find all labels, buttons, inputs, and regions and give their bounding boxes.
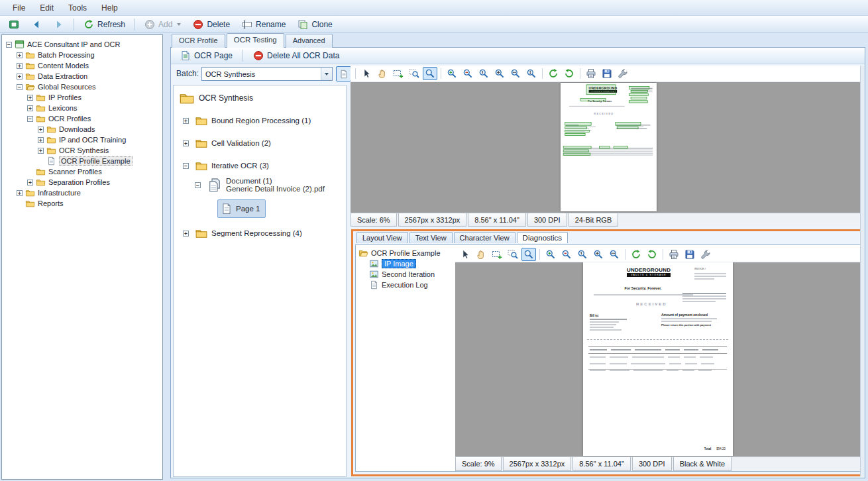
- home-button[interactable]: [3, 17, 25, 32]
- menu-file[interactable]: File: [5, 1, 32, 15]
- refresh-view-button[interactable]: [629, 248, 643, 261]
- vertical-scrollbar[interactable]: [860, 66, 865, 476]
- settings-button[interactable]: [616, 67, 630, 80]
- print-button[interactable]: [667, 248, 681, 261]
- zoom-window-button[interactable]: [407, 67, 421, 80]
- refresh-view-button[interactable]: [546, 67, 561, 80]
- nav-item-separation-profiles[interactable]: Separation Profiles: [3, 177, 161, 187]
- refresh-button[interactable]: Refresh: [78, 17, 131, 32]
- expander-icon[interactable]: [27, 116, 33, 122]
- tab-diagnostics[interactable]: Diagnostics: [517, 232, 568, 243]
- diag-item-second-iteration[interactable]: Second Iteration: [357, 269, 454, 280]
- clone-button[interactable]: Clone: [292, 17, 337, 32]
- print-button[interactable]: [584, 67, 598, 80]
- diag-root-node[interactable]: OCR Profile Example: [357, 248, 454, 258]
- diag-item-ip-image[interactable]: IP Image: [357, 258, 454, 269]
- batch-node-document[interactable]: Document (1) Generic Detail Invoice (2).…: [195, 177, 325, 194]
- rename-button[interactable]: Rename: [237, 17, 291, 32]
- zoom-fit-button[interactable]: [591, 248, 606, 261]
- zoom-fit-width-button[interactable]: [607, 248, 622, 261]
- batch-node-segment-reprocessing[interactable]: Segment Reprocessing (4): [183, 227, 302, 239]
- select-tool-button[interactable]: [359, 67, 374, 80]
- expander-icon[interactable]: [27, 105, 33, 111]
- tab-advanced[interactable]: Advanced: [286, 34, 333, 48]
- nav-forward-button[interactable]: [48, 17, 70, 32]
- pan-tool-button[interactable]: [474, 248, 488, 261]
- expander-icon[interactable]: [27, 180, 33, 186]
- zoom-actual-button[interactable]: [476, 67, 491, 80]
- tab-layout-view[interactable]: Layout View: [356, 232, 408, 243]
- bottom-viewer-canvas[interactable]: UNDERGROUND VAULTS & STORAGE INVOICE # F…: [455, 262, 860, 456]
- nav-item-batch-processing[interactable]: Batch Processing: [3, 50, 161, 60]
- expander-icon[interactable]: [38, 148, 44, 154]
- expander-icon[interactable]: [183, 163, 189, 169]
- settings-button[interactable]: [698, 248, 713, 261]
- batch-dropdown-button[interactable]: [321, 68, 332, 80]
- batch-root-node[interactable]: OCR Synthesis: [179, 91, 253, 105]
- batch-node-iterative-ocr[interactable]: Iterative OCR (3): [183, 160, 269, 172]
- expander-icon[interactable]: [195, 182, 201, 188]
- expander-icon[interactable]: [183, 118, 189, 124]
- expander-icon[interactable]: [38, 127, 44, 133]
- nav-item-content-models[interactable]: Content Models: [3, 60, 161, 71]
- show-ocr-page-toggle[interactable]: [336, 66, 351, 81]
- expander-icon[interactable]: [183, 231, 189, 237]
- expander-icon[interactable]: [27, 95, 33, 101]
- nav-item-ocr-synthesis[interactable]: OCR Synthesis: [3, 145, 161, 156]
- region-select-button[interactable]: [391, 67, 406, 80]
- expander-icon[interactable]: [17, 63, 23, 69]
- reset-view-button[interactable]: [645, 248, 659, 261]
- zoom-in-button[interactable]: [445, 67, 459, 80]
- pan-tool-button[interactable]: [375, 67, 390, 80]
- delete-all-ocr-data-button[interactable]: Delete All OCR Data: [248, 48, 345, 63]
- expander-icon[interactable]: [17, 190, 23, 196]
- zoom-window-button[interactable]: [506, 248, 520, 261]
- add-button[interactable]: Add: [139, 17, 186, 32]
- expander-icon[interactable]: [17, 84, 23, 90]
- nav-item-ocr-profiles[interactable]: OCR Profiles: [3, 113, 161, 124]
- tab-ocr-profile[interactable]: OCR Profile: [172, 34, 225, 48]
- save-button[interactable]: [600, 67, 614, 80]
- expander-icon[interactable]: [183, 140, 189, 146]
- tab-text-view[interactable]: Text View: [409, 232, 453, 243]
- save-button[interactable]: [682, 248, 697, 261]
- nav-item-scanner-profiles[interactable]: Scanner Profiles: [3, 166, 161, 177]
- zoom-out-button[interactable]: [461, 67, 475, 80]
- tab-character-view[interactable]: Character View: [454, 232, 515, 243]
- expander-icon[interactable]: [17, 52, 23, 58]
- menu-edit[interactable]: Edit: [32, 1, 61, 15]
- zoom-in-button[interactable]: [543, 248, 558, 261]
- reset-view-button[interactable]: [562, 67, 576, 80]
- nav-item-ip-and-ocr-training[interactable]: IP and OCR Training: [3, 134, 161, 145]
- nav-item-data-extraction[interactable]: Data Extraction: [3, 71, 161, 81]
- zoom-fit-width-button[interactable]: [508, 67, 523, 80]
- zoom-dynamic-button[interactable]: [423, 67, 437, 80]
- nav-item-ip-profiles[interactable]: IP Profiles: [3, 92, 161, 103]
- nav-item-ocr-profile-example[interactable]: OCR Profile Example: [3, 156, 161, 166]
- menu-help[interactable]: Help: [94, 1, 125, 15]
- zoom-dynamic-button[interactable]: [521, 248, 536, 261]
- nav-item-infrastructure[interactable]: Infrastructure: [3, 187, 161, 198]
- select-tool-button[interactable]: [458, 248, 472, 261]
- nav-item-downloads[interactable]: Downloads: [3, 124, 161, 134]
- zoom-actual-button[interactable]: [575, 248, 590, 261]
- nav-item-root[interactable]: ACE Consultant IP and OCR: [3, 39, 161, 50]
- menu-tools[interactable]: Tools: [61, 1, 94, 15]
- ocr-page-button[interactable]: OCR Page: [175, 48, 238, 63]
- expander-icon[interactable]: [17, 74, 23, 80]
- zoom-fit-height-button[interactable]: [524, 67, 539, 80]
- zoom-fit-button[interactable]: [492, 67, 507, 80]
- batch-node-cell-validation[interactable]: Cell Validation (2): [183, 137, 271, 149]
- tab-ocr-testing[interactable]: OCR Testing: [227, 33, 284, 48]
- diag-item-execution-log[interactable]: Execution Log: [357, 280, 454, 290]
- add-dropdown-arrow-icon[interactable]: [177, 23, 181, 26]
- batch-node-bound-region[interactable]: Bound Region Processing (1): [183, 115, 311, 127]
- batch-node-page-1[interactable]: Page 1: [217, 199, 266, 218]
- top-viewer-canvas[interactable]: UNDERGROUND VAULTS & STORAGE For Securit…: [351, 82, 864, 213]
- batch-combobox[interactable]: OCR Synthesis: [201, 67, 333, 81]
- nav-back-button[interactable]: [26, 17, 47, 32]
- expander-icon[interactable]: [38, 137, 44, 143]
- delete-button[interactable]: Delete: [188, 17, 235, 32]
- nav-item-global-resources[interactable]: Global Resources: [3, 81, 161, 92]
- nav-item-reports[interactable]: Reports: [3, 198, 161, 209]
